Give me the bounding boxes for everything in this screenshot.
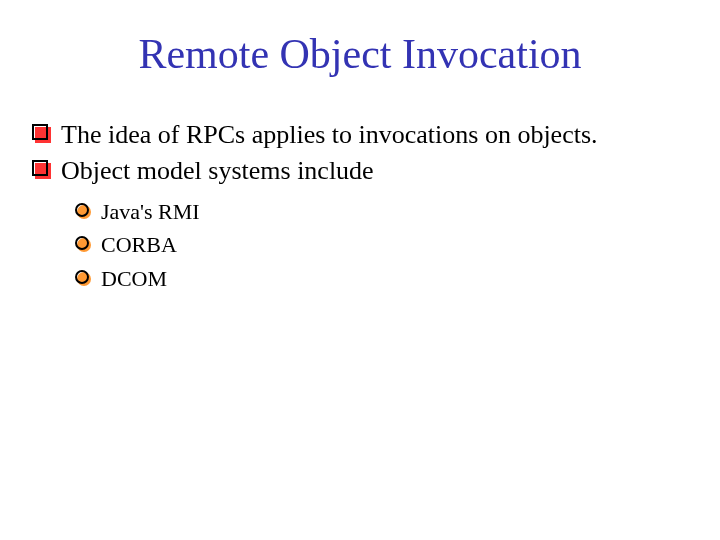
bullet-list: The idea of RPCs applies to invocations … xyxy=(35,118,685,188)
square-bullet-icon xyxy=(35,163,51,179)
slide-title: Remote Object Invocation xyxy=(35,30,685,78)
sub-bullet-item: Java's RMI xyxy=(77,196,685,228)
bullet-item: Object model systems include xyxy=(35,154,685,188)
sub-bullet-item: CORBA xyxy=(77,229,685,261)
bullet-text: The idea of RPCs applies to invocations … xyxy=(61,118,685,152)
sub-bullet-text: CORBA xyxy=(101,229,685,261)
sub-bullet-list: Java's RMI CORBA DCOM xyxy=(77,196,685,296)
sub-bullet-text: Java's RMI xyxy=(101,196,685,228)
circle-bullet-icon xyxy=(77,205,91,219)
circle-bullet-icon xyxy=(77,238,91,252)
bullet-text: Object model systems include xyxy=(61,154,685,188)
square-bullet-icon xyxy=(35,127,51,143)
sub-bullet-item: DCOM xyxy=(77,263,685,295)
slide-container: Remote Object Invocation The idea of RPC… xyxy=(0,0,720,317)
circle-bullet-icon xyxy=(77,272,91,286)
sub-bullet-text: DCOM xyxy=(101,263,685,295)
bullet-item: The idea of RPCs applies to invocations … xyxy=(35,118,685,152)
